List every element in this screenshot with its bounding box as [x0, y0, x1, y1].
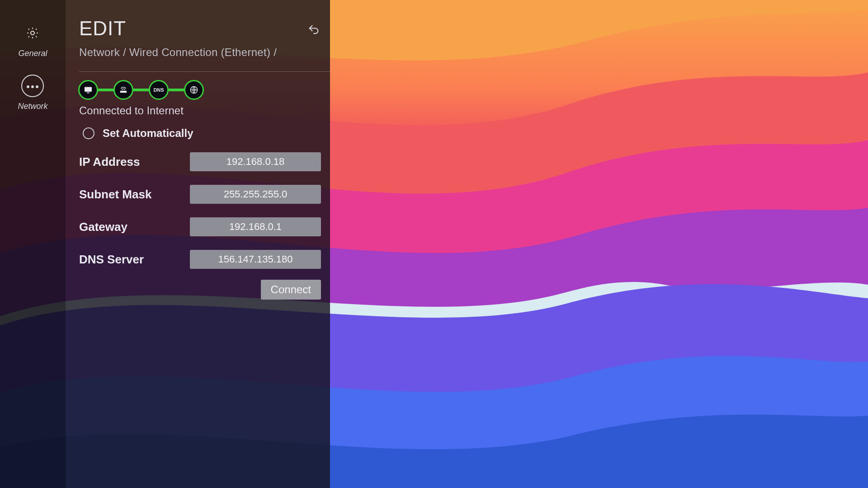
sidebar: General Network [0, 0, 66, 488]
status-link [169, 89, 184, 91]
svg-rect-1 [85, 87, 92, 92]
page-title: EDIT [79, 17, 126, 40]
globe-icon [184, 80, 204, 100]
set-automatically-label: Set Automatically [103, 127, 193, 140]
svg-rect-3 [120, 91, 127, 93]
field-label: IP Address [79, 155, 140, 169]
subnet-mask-field[interactable]: 255.255.255.0 [190, 185, 321, 204]
dns-icon: DNS [149, 80, 169, 100]
status-link [98, 89, 113, 91]
radio-unchecked-icon [83, 127, 94, 139]
divider [79, 71, 330, 72]
row-ip-address: IP Address 192.168.0.18 [79, 152, 323, 171]
breadcrumb: Network / Wired Connection (Ethernet) / [79, 46, 323, 59]
sidebar-item-label: Network [18, 102, 47, 111]
back-button[interactable] [307, 23, 320, 38]
svg-rect-2 [87, 93, 90, 94]
router-icon [113, 80, 133, 100]
field-label: Subnet Mask [79, 188, 151, 202]
gear-icon [21, 22, 44, 44]
ip-address-field[interactable]: 192.168.0.18 [190, 152, 321, 171]
status-link [133, 89, 149, 91]
sidebar-item-general[interactable]: General [18, 22, 47, 58]
set-automatically-toggle[interactable]: Set Automatically [83, 127, 323, 140]
network-form: IP Address 192.168.0.18 Subnet Mask 255.… [79, 152, 323, 300]
row-gateway: Gateway 192.168.0.1 [79, 217, 323, 236]
field-label: Gateway [79, 220, 127, 234]
connection-status-chain: DNS [78, 80, 323, 100]
row-subnet-mask: Subnet Mask 255.255.255.0 [79, 185, 323, 204]
sidebar-item-label: General [18, 49, 47, 58]
dns-server-field[interactable]: 156.147.135.180 [190, 250, 321, 269]
field-label: DNS Server [79, 253, 144, 267]
sidebar-item-network[interactable]: Network [18, 75, 47, 111]
tv-icon [78, 80, 98, 100]
more-icon [21, 75, 44, 97]
row-dns-server: DNS Server 156.147.135.180 [79, 250, 323, 269]
svg-point-0 [31, 31, 34, 35]
connection-status-text: Connected to Internet [79, 104, 323, 117]
connect-button[interactable]: Connect [261, 280, 321, 300]
settings-panel: EDIT Network / Wired Connection (Etherne… [66, 0, 330, 488]
gateway-field[interactable]: 192.168.0.1 [190, 217, 321, 236]
